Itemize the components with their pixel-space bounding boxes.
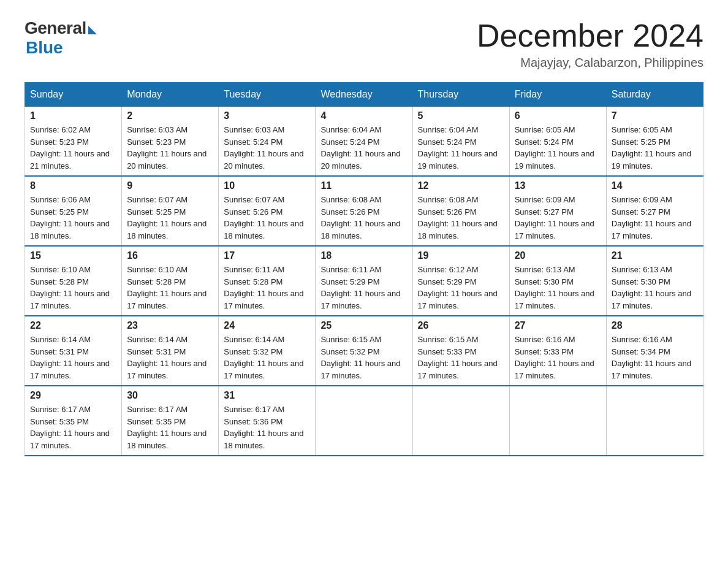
day-number: 6 bbox=[515, 110, 601, 121]
day-info: Sunrise: 6:14 AMSunset: 5:31 PMDaylight:… bbox=[30, 334, 116, 381]
calendar-cell: 8 Sunrise: 6:06 AMSunset: 5:25 PMDayligh… bbox=[25, 176, 122, 246]
calendar-cell: 24 Sunrise: 6:14 AMSunset: 5:32 PMDaylig… bbox=[219, 316, 316, 386]
day-info: Sunrise: 6:11 AMSunset: 5:29 PMDaylight:… bbox=[320, 264, 407, 312]
calendar-cell: 6 Sunrise: 6:05 AMSunset: 5:24 PMDayligh… bbox=[509, 107, 606, 177]
day-info: Sunrise: 6:15 AMSunset: 5:33 PMDaylight:… bbox=[418, 334, 504, 381]
day-info: Sunrise: 6:04 AMSunset: 5:24 PMDaylight:… bbox=[320, 124, 407, 172]
day-info: Sunrise: 6:03 AMSunset: 5:23 PMDaylight:… bbox=[127, 124, 213, 172]
day-info: Sunrise: 6:10 AMSunset: 5:28 PMDaylight:… bbox=[127, 264, 213, 312]
day-info: Sunrise: 6:12 AMSunset: 5:29 PMDaylight:… bbox=[418, 264, 504, 312]
calendar-cell bbox=[509, 386, 606, 456]
day-number: 15 bbox=[30, 250, 116, 261]
day-number: 29 bbox=[30, 390, 116, 401]
day-number: 23 bbox=[127, 320, 213, 331]
logo-arrow-icon bbox=[88, 26, 97, 34]
calendar-week-row: 22 Sunrise: 6:14 AMSunset: 5:31 PMDaylig… bbox=[25, 316, 703, 386]
calendar-cell: 3 Sunrise: 6:03 AMSunset: 5:24 PMDayligh… bbox=[219, 107, 316, 177]
day-number: 7 bbox=[612, 110, 698, 121]
day-info: Sunrise: 6:08 AMSunset: 5:26 PMDaylight:… bbox=[320, 194, 407, 242]
calendar-table: SundayMondayTuesdayWednesdayThursdayFrid… bbox=[25, 82, 703, 456]
calendar-cell: 10 Sunrise: 6:07 AMSunset: 5:26 PMDaylig… bbox=[219, 176, 316, 246]
day-number: 25 bbox=[320, 320, 407, 331]
weekday-header-wednesday: Wednesday bbox=[316, 83, 412, 107]
day-info: Sunrise: 6:07 AMSunset: 5:26 PMDaylight:… bbox=[224, 194, 310, 242]
day-info: Sunrise: 6:04 AMSunset: 5:24 PMDaylight:… bbox=[418, 124, 504, 172]
logo-blue-text: Blue bbox=[26, 38, 63, 58]
calendar-cell: 16 Sunrise: 6:10 AMSunset: 5:28 PMDaylig… bbox=[122, 246, 219, 316]
day-number: 21 bbox=[612, 250, 698, 261]
calendar-cell: 20 Sunrise: 6:13 AMSunset: 5:30 PMDaylig… bbox=[509, 246, 606, 316]
weekday-header-row: SundayMondayTuesdayWednesdayThursdayFrid… bbox=[25, 83, 703, 107]
day-number: 3 bbox=[224, 110, 310, 121]
calendar-week-row: 29 Sunrise: 6:17 AMSunset: 5:35 PMDaylig… bbox=[25, 386, 703, 456]
calendar-cell: 11 Sunrise: 6:08 AMSunset: 5:26 PMDaylig… bbox=[316, 176, 412, 246]
day-info: Sunrise: 6:17 AMSunset: 5:36 PMDaylight:… bbox=[224, 404, 310, 451]
weekday-header-sunday: Sunday bbox=[25, 83, 122, 107]
title-block: December 2024 Majayjay, Calabarzon, Phil… bbox=[477, 18, 703, 70]
day-number: 12 bbox=[418, 180, 504, 191]
calendar-cell: 14 Sunrise: 6:09 AMSunset: 5:27 PMDaylig… bbox=[606, 176, 703, 246]
day-info: Sunrise: 6:02 AMSunset: 5:23 PMDaylight:… bbox=[30, 124, 116, 172]
calendar-cell: 31 Sunrise: 6:17 AMSunset: 5:36 PMDaylig… bbox=[219, 386, 316, 456]
day-info: Sunrise: 6:13 AMSunset: 5:30 PMDaylight:… bbox=[612, 264, 698, 312]
day-info: Sunrise: 6:15 AMSunset: 5:32 PMDaylight:… bbox=[320, 334, 407, 381]
day-info: Sunrise: 6:09 AMSunset: 5:27 PMDaylight:… bbox=[515, 194, 601, 242]
day-number: 28 bbox=[612, 320, 698, 331]
day-number: 11 bbox=[320, 180, 407, 191]
weekday-header-saturday: Saturday bbox=[606, 83, 703, 107]
calendar-cell: 15 Sunrise: 6:10 AMSunset: 5:28 PMDaylig… bbox=[25, 246, 122, 316]
calendar-cell bbox=[412, 386, 509, 456]
day-number: 8 bbox=[30, 180, 116, 191]
day-number: 27 bbox=[515, 320, 601, 331]
calendar-cell: 21 Sunrise: 6:13 AMSunset: 5:30 PMDaylig… bbox=[606, 246, 703, 316]
day-number: 18 bbox=[320, 250, 407, 261]
day-number: 19 bbox=[418, 250, 504, 261]
calendar-cell: 5 Sunrise: 6:04 AMSunset: 5:24 PMDayligh… bbox=[412, 107, 509, 177]
day-number: 10 bbox=[224, 180, 310, 191]
weekday-header-friday: Friday bbox=[509, 83, 606, 107]
day-number: 26 bbox=[418, 320, 504, 331]
month-title: December 2024 bbox=[477, 18, 703, 53]
day-info: Sunrise: 6:03 AMSunset: 5:24 PMDaylight:… bbox=[224, 124, 310, 172]
day-number: 2 bbox=[127, 110, 213, 121]
logo: General Blue bbox=[25, 18, 97, 58]
day-info: Sunrise: 6:16 AMSunset: 5:33 PMDaylight:… bbox=[515, 334, 601, 381]
calendar-cell: 12 Sunrise: 6:08 AMSunset: 5:26 PMDaylig… bbox=[412, 176, 509, 246]
calendar-cell: 2 Sunrise: 6:03 AMSunset: 5:23 PMDayligh… bbox=[122, 107, 219, 177]
weekday-header-monday: Monday bbox=[122, 83, 219, 107]
calendar-cell: 29 Sunrise: 6:17 AMSunset: 5:35 PMDaylig… bbox=[25, 386, 122, 456]
day-number: 4 bbox=[320, 110, 407, 121]
day-info: Sunrise: 6:06 AMSunset: 5:25 PMDaylight:… bbox=[30, 194, 116, 242]
day-number: 1 bbox=[30, 110, 116, 121]
calendar-cell: 13 Sunrise: 6:09 AMSunset: 5:27 PMDaylig… bbox=[509, 176, 606, 246]
day-info: Sunrise: 6:17 AMSunset: 5:35 PMDaylight:… bbox=[30, 404, 116, 451]
day-number: 17 bbox=[224, 250, 310, 261]
day-info: Sunrise: 6:09 AMSunset: 5:27 PMDaylight:… bbox=[612, 194, 698, 242]
day-number: 31 bbox=[224, 390, 310, 401]
calendar-cell: 25 Sunrise: 6:15 AMSunset: 5:32 PMDaylig… bbox=[316, 316, 412, 386]
day-number: 13 bbox=[515, 180, 601, 191]
calendar-cell: 9 Sunrise: 6:07 AMSunset: 5:25 PMDayligh… bbox=[122, 176, 219, 246]
weekday-header-tuesday: Tuesday bbox=[219, 83, 316, 107]
day-number: 16 bbox=[127, 250, 213, 261]
calendar-cell bbox=[606, 386, 703, 456]
calendar-cell: 26 Sunrise: 6:15 AMSunset: 5:33 PMDaylig… bbox=[412, 316, 509, 386]
calendar-cell: 4 Sunrise: 6:04 AMSunset: 5:24 PMDayligh… bbox=[316, 107, 412, 177]
calendar-cell: 27 Sunrise: 6:16 AMSunset: 5:33 PMDaylig… bbox=[509, 316, 606, 386]
calendar-cell: 7 Sunrise: 6:05 AMSunset: 5:25 PMDayligh… bbox=[606, 107, 703, 177]
calendar-week-row: 15 Sunrise: 6:10 AMSunset: 5:28 PMDaylig… bbox=[25, 246, 703, 316]
day-info: Sunrise: 6:10 AMSunset: 5:28 PMDaylight:… bbox=[30, 264, 116, 312]
calendar-cell: 30 Sunrise: 6:17 AMSunset: 5:35 PMDaylig… bbox=[122, 386, 219, 456]
calendar-cell: 22 Sunrise: 6:14 AMSunset: 5:31 PMDaylig… bbox=[25, 316, 122, 386]
calendar-cell: 18 Sunrise: 6:11 AMSunset: 5:29 PMDaylig… bbox=[316, 246, 412, 316]
calendar-cell: 28 Sunrise: 6:16 AMSunset: 5:34 PMDaylig… bbox=[606, 316, 703, 386]
day-number: 14 bbox=[612, 180, 698, 191]
location-text: Majayjay, Calabarzon, Philippines bbox=[477, 56, 703, 70]
day-number: 24 bbox=[224, 320, 310, 331]
day-info: Sunrise: 6:14 AMSunset: 5:32 PMDaylight:… bbox=[224, 334, 310, 381]
calendar-cell bbox=[316, 386, 412, 456]
day-number: 20 bbox=[515, 250, 601, 261]
calendar-week-row: 1 Sunrise: 6:02 AMSunset: 5:23 PMDayligh… bbox=[25, 107, 703, 177]
day-info: Sunrise: 6:05 AMSunset: 5:25 PMDaylight:… bbox=[612, 124, 698, 172]
day-number: 5 bbox=[418, 110, 504, 121]
